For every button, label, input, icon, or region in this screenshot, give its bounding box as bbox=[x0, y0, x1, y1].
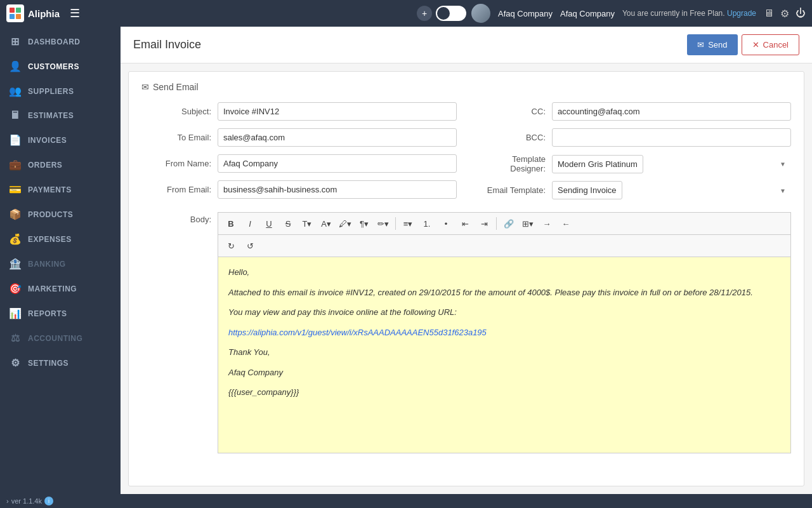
topnav: Aliphia ☰ + Afaq Company Afaq Company Yo… bbox=[0, 0, 812, 27]
underline-button[interactable]: U bbox=[260, 215, 278, 232]
form-grid: Subject: To Email: From Name: From Email… bbox=[141, 102, 791, 199]
to-email-row: To Email: bbox=[141, 128, 457, 147]
power-icon[interactable]: ⏻ bbox=[796, 8, 806, 20]
ordered-list-button[interactable]: 1. bbox=[418, 215, 436, 232]
sidebar-item-banking: 🏦 BANKING bbox=[0, 251, 121, 276]
menu-icon[interactable]: ☰ bbox=[70, 6, 80, 20]
avatar bbox=[471, 4, 490, 23]
body-hello: Hello, bbox=[228, 266, 780, 279]
settings-icon[interactable]: ⚙ bbox=[780, 8, 789, 20]
sidebar-label-settings: SETTINGS bbox=[28, 359, 69, 368]
topnav-center: + bbox=[417, 6, 466, 21]
cc-row: CC: bbox=[476, 102, 791, 121]
products-icon: 📦 bbox=[9, 208, 22, 220]
accounting-icon: ⚖ bbox=[9, 332, 22, 344]
paragraph-button[interactable]: ¶▾ bbox=[355, 215, 373, 232]
email-template-wrapper: Sending Invoice bbox=[552, 181, 791, 199]
send-button[interactable]: ✉ Send bbox=[687, 34, 737, 55]
sidebar-label-marketing: MARKETING bbox=[28, 284, 77, 293]
invoices-icon: 📄 bbox=[9, 134, 22, 146]
sidebar-item-customers[interactable]: 👤 CUSTOMERS bbox=[0, 54, 121, 79]
version-bar: › ver 1.1.4k i bbox=[0, 494, 812, 508]
italic-button[interactable]: I bbox=[241, 215, 259, 232]
font-size-button[interactable]: T▾ bbox=[298, 215, 316, 232]
chevron-icon: › bbox=[6, 497, 9, 505]
sidebar-item-dashboard[interactable]: ⊞ DASHBOARD bbox=[0, 29, 121, 54]
add-button[interactable]: + bbox=[417, 6, 432, 21]
sidebar-label-payments: PAYMENTS bbox=[28, 185, 72, 194]
toggle-dot bbox=[437, 7, 450, 20]
company-label: Afaq Company bbox=[560, 9, 615, 18]
sidebar-item-expenses[interactable]: 💰 EXPENSES bbox=[0, 227, 121, 251]
highlight2-button[interactable]: ✏▾ bbox=[374, 215, 392, 232]
template-designer-label: Template Designer: bbox=[476, 154, 546, 173]
toolbar-row-1: B I U S T▾ A▾ 🖊▾ ¶▾ ✏▾ ≡▾ 1. • bbox=[218, 212, 791, 234]
email-template-select[interactable]: Sending Invoice bbox=[552, 181, 622, 199]
toolbar-row-2: ↻ ↺ bbox=[218, 234, 791, 257]
toolbar-sep-2 bbox=[496, 217, 497, 230]
redo-button[interactable]: ↻ bbox=[222, 237, 240, 254]
sidebar-label-products: PRODUCTS bbox=[28, 210, 73, 219]
sidebar-item-suppliers[interactable]: 👥 SUPPLIERS bbox=[0, 79, 121, 104]
indent-left-button[interactable]: ← bbox=[557, 215, 575, 232]
monitor-icon[interactable]: 🖥 bbox=[764, 8, 774, 20]
from-email-input[interactable] bbox=[218, 180, 457, 199]
sidebar-item-settings[interactable]: ⚙ SETTINGS bbox=[0, 351, 121, 375]
app-name: Aliphia bbox=[28, 8, 60, 19]
content-area: Email Invoice ✉ Send ✕ Cancel ✉ Send Ema… bbox=[121, 27, 812, 494]
invoice-link[interactable]: https://aliphia.com/v1/guest/view/i/xRsA… bbox=[228, 328, 487, 337]
subject-input[interactable] bbox=[218, 102, 457, 121]
bcc-row: BCC: bbox=[476, 128, 791, 147]
header-actions: ✉ Send ✕ Cancel bbox=[687, 34, 799, 55]
template-designer-select[interactable]: Modern Gris Platinum bbox=[552, 155, 643, 173]
from-name-input[interactable] bbox=[218, 154, 457, 173]
editor-body[interactable]: Hello, Attached to this email is invoice… bbox=[218, 257, 791, 453]
estimates-icon: 🖩 bbox=[9, 110, 22, 121]
editor-wrapper: B I U S T▾ A▾ 🖊▾ ¶▾ ✏▾ ≡▾ 1. • bbox=[218, 212, 791, 453]
align-button[interactable]: ≡▾ bbox=[399, 215, 417, 232]
sidebar-item-payments[interactable]: 💳 PAYMENTS bbox=[0, 177, 121, 202]
table-button[interactable]: ⊞▾ bbox=[519, 215, 537, 232]
sidebar-item-products[interactable]: 📦 PRODUCTS bbox=[0, 202, 121, 227]
form-col-left: Subject: To Email: From Name: From Email… bbox=[141, 102, 457, 199]
from-email-label: From Email: bbox=[141, 185, 211, 194]
body-thank-you: Thank You, bbox=[228, 346, 780, 359]
toggle-switch[interactable] bbox=[436, 6, 466, 21]
sidebar-label-reports: REPORTS bbox=[28, 309, 67, 318]
undo-button[interactable]: ↺ bbox=[241, 237, 259, 254]
sidebar-item-invoices[interactable]: 📄 INVOICES bbox=[0, 128, 121, 152]
indent-right-button[interactable]: → bbox=[538, 215, 556, 232]
sidebar-item-reports[interactable]: 📊 REPORTS bbox=[0, 301, 121, 326]
orders-icon: 💼 bbox=[9, 159, 22, 171]
info-icon[interactable]: i bbox=[44, 497, 53, 505]
topnav-right: Afaq Company Afaq Company You are curren… bbox=[471, 4, 806, 23]
email-template-row: Email Template: Sending Invoice bbox=[476, 181, 791, 199]
font-color-button[interactable]: A▾ bbox=[317, 215, 335, 232]
bold-button[interactable]: B bbox=[222, 215, 240, 232]
sidebar-label-suppliers: SUPPLIERS bbox=[28, 87, 74, 96]
cc-input[interactable] bbox=[552, 102, 791, 121]
bcc-input[interactable] bbox=[552, 128, 791, 147]
unordered-list-button[interactable]: • bbox=[437, 215, 455, 232]
sidebar-item-estimates[interactable]: 🖩 ESTIMATES bbox=[0, 104, 121, 128]
sidebar-label-customers: CUSTOMERS bbox=[28, 62, 79, 71]
link-button[interactable]: 🔗 bbox=[500, 215, 518, 232]
subject-label: Subject: bbox=[141, 107, 211, 116]
sidebar-item-orders[interactable]: 💼 ORDERS bbox=[0, 152, 121, 177]
toolbar-sep-1 bbox=[395, 217, 396, 230]
outdent-button[interactable]: ⇥ bbox=[475, 215, 493, 232]
template-designer-wrapper: Modern Gris Platinum bbox=[552, 155, 791, 173]
from-email-row: From Email: bbox=[141, 180, 457, 199]
sidebar-label-invoices: INVOICES bbox=[28, 136, 67, 145]
template-designer-row: Template Designer: Modern Gris Platinum bbox=[476, 154, 791, 173]
cancel-button[interactable]: ✕ Cancel bbox=[742, 34, 799, 55]
body-invoice-text: Attached to this email is invoice #INV12… bbox=[228, 286, 780, 299]
sidebar: ⊞ DASHBOARD 👤 CUSTOMERS 👥 SUPPLIERS 🖩 ES… bbox=[0, 27, 121, 494]
to-email-input[interactable] bbox=[218, 128, 457, 147]
strikethrough-button[interactable]: S bbox=[279, 215, 297, 232]
upgrade-link[interactable]: Upgrade bbox=[727, 9, 756, 18]
marketing-icon: 🎯 bbox=[9, 283, 22, 295]
highlight-button[interactable]: 🖊▾ bbox=[336, 215, 354, 232]
indent-button[interactable]: ⇤ bbox=[456, 215, 474, 232]
sidebar-item-marketing[interactable]: 🎯 MARKETING bbox=[0, 276, 121, 301]
